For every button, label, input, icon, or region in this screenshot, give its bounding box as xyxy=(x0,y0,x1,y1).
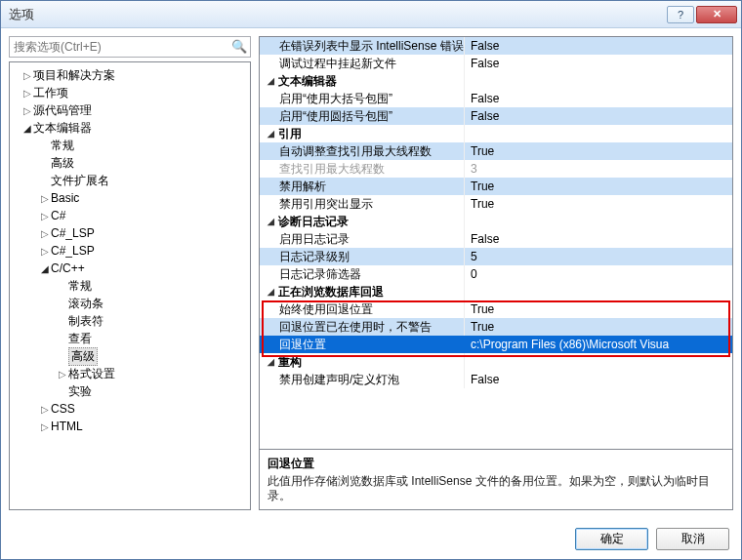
property-value[interactable]: 0 xyxy=(465,265,732,283)
property-row[interactable]: 禁用创建声明/定义灯泡False xyxy=(260,371,732,388)
ok-button[interactable]: 确定 xyxy=(575,528,648,550)
tree-node[interactable]: 高级 xyxy=(10,154,250,172)
property-value[interactable]: True xyxy=(465,142,732,160)
property-row[interactable]: 启用“使用大括号包围”False xyxy=(260,90,732,107)
property-value[interactable]: False xyxy=(465,230,732,248)
tree-node[interactable]: 制表符 xyxy=(10,312,250,330)
property-value[interactable]: False xyxy=(465,37,732,55)
property-row[interactable]: 始终使用回退位置True xyxy=(260,300,732,318)
tree-node-label: C#_LSP xyxy=(51,226,95,240)
property-value[interactable]: False xyxy=(465,371,732,388)
dialog-footer: 确定 取消 xyxy=(1,518,741,559)
property-row[interactable]: 查找引用最大线程数3 xyxy=(260,160,732,178)
search-input[interactable] xyxy=(9,36,251,58)
property-row[interactable]: 禁用引用突出显示True xyxy=(260,195,732,213)
options-tree[interactable]: ▷项目和解决方案▷工作项▷源代码管理◢文本编辑器常规高级文件扩展名▷Basic▷… xyxy=(9,61,251,510)
collapse-icon: ◢ xyxy=(268,213,274,230)
tree-node-label: 常规 xyxy=(68,278,92,295)
property-value[interactable]: False xyxy=(465,90,732,107)
tree-node[interactable]: ▷工作项 xyxy=(10,84,250,101)
search-icon: 🔍 xyxy=(231,39,247,54)
property-grid[interactable]: 在错误列表中显示 IntelliSense 错误False调试过程中挂起新文件F… xyxy=(259,36,733,450)
property-name: 回退位置 xyxy=(260,336,465,353)
tree-node[interactable]: 高级 xyxy=(10,347,250,365)
tree-node[interactable]: 实验 xyxy=(10,382,250,400)
tree-node[interactable]: 查看 xyxy=(10,330,250,347)
property-value[interactable]: 5 xyxy=(465,248,732,265)
tree-arrow-icon: ▷ xyxy=(39,246,51,257)
tree-node-label: C/C++ xyxy=(51,261,85,275)
tree-node-label: 高级 xyxy=(51,155,74,172)
tree-node[interactable]: 常规 xyxy=(10,137,250,154)
tree-node-label: Basic xyxy=(51,191,79,205)
property-category-header[interactable]: ◢诊断日志记录 xyxy=(260,213,732,230)
tree-node[interactable]: ▷HTML xyxy=(10,418,250,435)
tree-node[interactable]: ▷项目和解决方案 xyxy=(10,66,250,84)
collapse-icon: ◢ xyxy=(268,283,274,300)
property-value[interactable]: False xyxy=(465,107,732,125)
tree-node[interactable]: 文件扩展名 xyxy=(10,172,250,189)
close-button[interactable]: ✕ xyxy=(696,6,737,23)
tree-node[interactable]: ▷C#_LSP xyxy=(10,242,250,260)
property-name: 在错误列表中显示 IntelliSense 错误 xyxy=(260,37,465,55)
property-value[interactable]: True xyxy=(465,300,732,318)
collapse-icon: ◢ xyxy=(268,353,274,371)
tree-node-label: 工作项 xyxy=(33,85,68,101)
property-value[interactable]: 3 xyxy=(465,160,732,178)
tree-node-label: 实验 xyxy=(68,383,92,400)
tree-node[interactable]: 常规 xyxy=(10,277,250,295)
tree-node[interactable]: 滚动条 xyxy=(10,295,250,312)
property-row[interactable]: 启用“使用圆括号包围”False xyxy=(260,107,732,125)
property-name: 自动调整查找引用最大线程数 xyxy=(260,142,465,160)
property-row[interactable]: 自动调整查找引用最大线程数True xyxy=(260,142,732,160)
property-row[interactable]: 日志记录级别5 xyxy=(260,248,732,265)
tree-node[interactable]: ◢C/C++ xyxy=(10,260,250,277)
tree-node-label: 源代码管理 xyxy=(33,102,92,119)
description-title: 回退位置 xyxy=(268,456,724,472)
property-row[interactable]: 启用日志记录False xyxy=(260,230,732,248)
search-container: 🔍 xyxy=(9,36,251,58)
property-value[interactable]: True xyxy=(465,318,732,336)
property-name: ◢诊断日志记录 xyxy=(260,213,465,230)
property-name: 日志记录级别 xyxy=(260,248,465,265)
tree-node-label: 格式设置 xyxy=(68,366,115,382)
property-name: 日志记录筛选器 xyxy=(260,265,465,283)
tree-node[interactable]: ▷格式设置 xyxy=(10,365,250,382)
property-row[interactable]: 在错误列表中显示 IntelliSense 错误False xyxy=(260,37,732,55)
property-name: 回退位置已在使用时，不警告 xyxy=(260,318,465,336)
property-row[interactable]: 调试过程中挂起新文件False xyxy=(260,55,732,72)
tree-arrow-icon: ▷ xyxy=(39,211,51,221)
tree-node[interactable]: ▷源代码管理 xyxy=(10,101,250,119)
property-value[interactable]: False xyxy=(465,55,732,72)
property-category-header[interactable]: ◢文本编辑器 xyxy=(260,72,732,90)
property-category-header[interactable]: ◢重构 xyxy=(260,353,732,371)
property-category-header[interactable]: ◢正在浏览数据库回退 xyxy=(260,283,732,300)
property-row[interactable]: 回退位置已在使用时，不警告True xyxy=(260,318,732,336)
collapse-icon: ◢ xyxy=(268,125,274,142)
property-row[interactable]: 日志记录筛选器0 xyxy=(260,265,732,283)
tree-arrow-icon: ▷ xyxy=(39,193,51,204)
tree-arrow-icon: ▷ xyxy=(39,421,51,432)
property-value[interactable]: c:\Program Files (x86)\Microsoft Visua xyxy=(465,336,732,353)
property-name: 启用“使用大括号包围” xyxy=(260,90,465,107)
tree-node[interactable]: ▷C# xyxy=(10,207,250,224)
property-name: 禁用引用突出显示 xyxy=(260,195,465,213)
cancel-button[interactable]: 取消 xyxy=(656,528,729,550)
tree-node-label: CSS xyxy=(51,402,75,416)
property-category-header[interactable]: ◢引用 xyxy=(260,125,732,142)
property-value[interactable]: True xyxy=(465,178,732,195)
tree-node-label: 项目和解决方案 xyxy=(33,67,115,84)
window-title: 选项 xyxy=(9,6,665,23)
tree-node[interactable]: ▷CSS xyxy=(10,400,250,418)
property-row[interactable]: 回退位置c:\Program Files (x86)\Microsoft Vis… xyxy=(260,336,732,353)
tree-node[interactable]: ▷Basic xyxy=(10,189,250,207)
property-row[interactable]: 禁用解析True xyxy=(260,178,732,195)
help-button[interactable]: ? xyxy=(667,6,694,23)
property-name: 调试过程中挂起新文件 xyxy=(260,55,465,72)
tree-node[interactable]: ◢文本编辑器 xyxy=(10,119,250,137)
property-name: ◢引用 xyxy=(260,125,465,142)
tree-arrow-icon: ▷ xyxy=(21,70,33,81)
tree-node[interactable]: ▷C#_LSP xyxy=(10,224,250,242)
property-value[interactable]: True xyxy=(465,195,732,213)
tree-arrow-icon: ▷ xyxy=(39,404,51,415)
